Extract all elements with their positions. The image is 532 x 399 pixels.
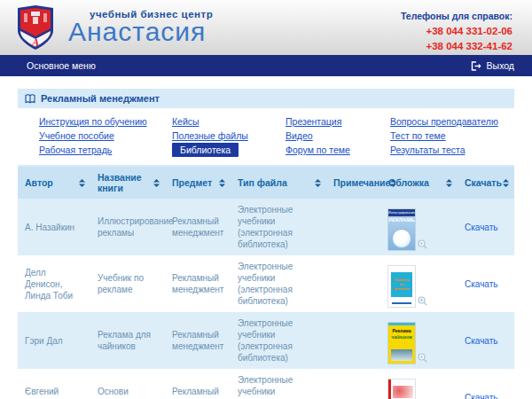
link-workbook[interactable]: Рабочая тетрадь (39, 145, 112, 155)
main-navbar: Основное меню Выход (0, 55, 532, 76)
logo[interactable]: А (15, 4, 56, 54)
cell-subject: Рекламный менеджмент (165, 210, 231, 244)
table-row: Гэри Дал Реклама для чайников Рекламный … (18, 312, 514, 369)
cell-note (326, 278, 381, 289)
cell-download: Скачать (458, 387, 514, 399)
phone-number: +38 044 331-02-06 (401, 24, 512, 39)
cell-title: Основи рекламы (90, 380, 165, 399)
phone-number: +38 044 332-41-62 (401, 39, 512, 54)
cell-file-type: Электронные учебники (электронная библио… (231, 255, 326, 312)
cell-note (326, 392, 381, 399)
cell-author: Делл Денисон, Линда Тоби (18, 262, 90, 307)
site-header: А учебный бизнес центр Анастасия Телефон… (0, 0, 532, 55)
cell-author: Євгений Ромат (18, 380, 90, 399)
download-link[interactable]: Скачать (465, 336, 498, 346)
cell-subject: Рекламный менеджмент (165, 267, 231, 301)
link-instruction[interactable]: Инструкция по обучению (39, 116, 147, 127)
brand-block: учебный бизнес центр Анастасия (68, 9, 213, 45)
link-forum[interactable]: Форум по теме (286, 145, 350, 155)
col-file-type: Тип файла (231, 167, 326, 199)
course-links-grid: Инструкция по обучению Учебное пособие Р… (39, 114, 514, 157)
cell-note (326, 335, 381, 346)
page-title-strip: Рекламный менеджмент (18, 89, 514, 108)
link-test-results[interactable]: Результаты теста (390, 145, 466, 155)
phones-label: Телефоны для справок: (401, 11, 512, 21)
cell-author: А. Назайкин (18, 216, 90, 239)
cell-title: Реклама для чайников (90, 324, 165, 357)
cell-cover: Учебник по рекламе (381, 255, 458, 312)
link-library[interactable]: Библиотека (172, 143, 239, 157)
download-link[interactable]: Скачать (465, 279, 498, 289)
cell-note (326, 222, 381, 232)
phones-block: Телефоны для справок: +38 044 331-02-06 … (401, 11, 512, 53)
content-area: Рекламный менеджмент Инструкция по обуче… (18, 89, 514, 399)
col-subject: Предмет (165, 167, 231, 199)
cell-author: Гэри Дал (18, 330, 90, 352)
cell-cover: Рекламачайников (381, 312, 458, 369)
book-icon (25, 94, 35, 104)
main-menu-button[interactable]: Основное меню (27, 60, 96, 71)
logout-icon (471, 61, 482, 71)
link-cases[interactable]: Кейсы (172, 116, 200, 127)
course-links-panel: Инструкция по обучению Учебное пособие Р… (18, 108, 514, 167)
cell-subject: Рекламный менеджмент (165, 380, 231, 399)
sort-icon[interactable] (79, 179, 85, 187)
col-author: Автор (18, 167, 90, 199)
col-cover: Обложка (381, 167, 458, 199)
download-link[interactable]: Скачать (465, 223, 498, 232)
link-presentation[interactable]: Презентация (286, 116, 341, 127)
coat-of-arms-icon: А (15, 4, 56, 51)
svg-text:А: А (31, 35, 40, 49)
download-link[interactable]: Скачать (465, 393, 498, 399)
cell-file-type: Электронные учебники (электронная библио… (231, 369, 326, 399)
sort-icon[interactable] (503, 179, 509, 187)
book-cover-thumbnail[interactable]: Рекламатеория и практика (388, 379, 415, 399)
cell-download: Скачать (458, 330, 514, 352)
cell-subject: Рекламный менеджмент (165, 324, 231, 357)
table-row: Євгений Ромат Основи рекламы Рекламный м… (18, 369, 514, 399)
logout-label: Выход (487, 60, 514, 71)
link-test[interactable]: Тест по теме (390, 130, 446, 141)
col-title: Название книги (90, 167, 165, 199)
link-questions[interactable]: Вопросы преподавателю (390, 116, 498, 127)
magnifier-icon[interactable] (418, 353, 427, 363)
cell-title: Учебник по рекламе (90, 267, 165, 301)
table-row: А. Назайкин Иллюстрирование рекламы Рекл… (18, 199, 514, 255)
table-row: Делл Денисон, Линда Тоби Учебник по рекл… (18, 255, 514, 312)
brand-name: Анастасия (68, 20, 213, 45)
link-video[interactable]: Видео (286, 130, 313, 141)
sort-icon[interactable] (219, 179, 225, 187)
table-header-row: Автор Название книги Предмет Тип файла П… (18, 167, 514, 199)
col-download: Скачать (458, 167, 514, 199)
sort-icon[interactable] (315, 179, 321, 187)
cell-file-type: Электронные учебники (электронная библио… (231, 199, 326, 255)
magnifier-icon[interactable] (418, 239, 427, 249)
sort-icon[interactable] (153, 179, 160, 187)
cell-cover: Рекламатеория и практика (381, 369, 458, 399)
book-cover-thumbnail[interactable]: Рекламачайников (388, 323, 415, 364)
sort-icon[interactable] (446, 179, 452, 187)
cell-cover: ИллюстрированиеРЕКЛАМЫ (381, 199, 458, 255)
book-cover-thumbnail[interactable]: ИллюстрированиеРЕКЛАМЫ (388, 209, 415, 250)
cell-download: Скачать (458, 216, 514, 239)
link-textbook[interactable]: Учебное пособие (39, 130, 114, 141)
book-cover-thumbnail[interactable]: Учебник по рекламе (388, 266, 415, 307)
cell-title: Иллюстрирование рекламы (90, 210, 165, 244)
magnifier-icon[interactable] (418, 296, 427, 306)
link-useful-files[interactable]: Полезные файлы (172, 130, 248, 141)
cell-file-type: Электронные учебники (электронная библио… (231, 312, 326, 369)
col-note: Примечание (326, 167, 381, 199)
cell-download: Скачать (458, 273, 514, 295)
logout-button[interactable]: Выход (471, 60, 514, 71)
page-title: Рекламный менеджмент (41, 93, 160, 104)
